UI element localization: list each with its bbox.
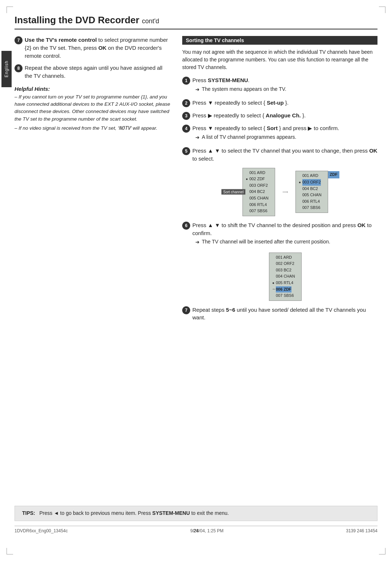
step6-arrow: ➜ The TV channel will be inserted after … bbox=[195, 238, 377, 246]
hint-2: – If no video signal is received from th… bbox=[15, 124, 171, 132]
right-step-4-content: Press ▼ repeatedly to select { Sort } an… bbox=[192, 124, 377, 142]
ch-005-text: 005 CHAN bbox=[249, 195, 269, 202]
ch-f-001-text: 001 ARD bbox=[276, 254, 292, 261]
right-step-4: 4 Press ▼ repeatedly to select { Sort } … bbox=[182, 124, 377, 142]
ch-f-005: ●005 RTL4 bbox=[272, 280, 298, 286]
corner-mark-bl bbox=[7, 548, 13, 554]
corner-mark-tl bbox=[7, 7, 13, 13]
footer-right: 3139 246 13454 bbox=[346, 528, 377, 533]
right-step-2-content: Press ▼ repeatedly to select { Set-up }. bbox=[192, 99, 377, 107]
right-step-3-content: Press ▶ repeatedly to select { Analogue … bbox=[192, 112, 377, 120]
sort-label: Sort bbox=[267, 125, 278, 131]
ch-002-a-bullet: ● bbox=[299, 179, 302, 185]
ch-f-005-bullet: ● bbox=[272, 280, 275, 286]
ch-001-a-text: 001 ARD bbox=[302, 173, 318, 179]
ch-006-a-text: 007 SBS6 bbox=[302, 205, 320, 211]
right-step-3: 3 Press ▶ repeatedly to select { Analogu… bbox=[182, 112, 377, 120]
ch-006-text: 006 RTL4 bbox=[249, 202, 267, 208]
ch-002-after: ●003 ORF2 bbox=[299, 179, 325, 186]
right-step-6-content: Press ▲ ▼ to shift the TV channel to the… bbox=[192, 221, 377, 247]
tips-system-menu: SYSTEM-MENU bbox=[152, 510, 190, 516]
page-title: Installing the DVD Recorder cont'd bbox=[15, 15, 377, 29]
page-number: 24 bbox=[193, 528, 199, 533]
arrow-sym-4: ➜ bbox=[195, 134, 200, 141]
right-step-3-num: 3 bbox=[182, 112, 190, 120]
right-step-6-num: 6 bbox=[182, 222, 190, 230]
step-7: 7 Use the TV's remote control to select … bbox=[15, 36, 171, 60]
ch-004-a-text: 005 CHAN bbox=[302, 192, 322, 198]
ch-f-002-text: 002 ORF2 bbox=[276, 261, 294, 267]
no-tv-symbol: NOTV bbox=[119, 125, 131, 131]
right-step-5-content: Press ▲ ▼ to select the TV channel that … bbox=[192, 147, 377, 163]
ch-f-006-text: 006 ZDF bbox=[276, 286, 291, 293]
ch-003-a-text: 004 BC2 bbox=[302, 186, 318, 192]
ch-006-after: 007 SBS6 bbox=[299, 205, 325, 211]
step1-arrow-text: The system menu appears on the TV. bbox=[202, 86, 286, 93]
ch-007-before: 007 SBS6 bbox=[246, 208, 272, 214]
ch-004-before: 004 BC2 bbox=[246, 189, 272, 195]
right-step-2: 2 Press ▼ repeatedly to select { Set-up … bbox=[182, 99, 377, 107]
steps-ref: 5~6 bbox=[226, 307, 235, 313]
ch-001-text: 001 ARD bbox=[249, 170, 265, 176]
sidebar-language-label: English bbox=[4, 61, 9, 77]
channel-list-before-wrapper: Sort channel 001 ARD ●002 ZDF 003 ORF2 0… bbox=[242, 168, 275, 216]
channel-list-after-wrapper: ZDF 001 ARD ●003 ORF2 004 BC2 005 CHAN 0… bbox=[295, 171, 328, 213]
step-8-content: Repeat the above steps again until you h… bbox=[25, 64, 171, 80]
section-heading-text: Sorting the TV channels bbox=[186, 37, 244, 43]
step-7-content: Use the TV's remote control to select pr… bbox=[25, 36, 171, 60]
ch-f-001: 001 ARD bbox=[272, 254, 298, 261]
right-step-5: 5 Press ▲ ▼ to select the TV channel tha… bbox=[182, 147, 377, 163]
right-step-2-num: 2 bbox=[182, 99, 190, 107]
channel-screenshots-pair: Sort channel 001 ARD ●002 ZDF 003 ORF2 0… bbox=[193, 168, 377, 216]
ch-003-text: 003 ORF2 bbox=[249, 182, 268, 189]
ch-f-005-text: 005 RTL4 bbox=[276, 280, 293, 286]
hint-title: Helpful Hints: bbox=[15, 86, 171, 92]
corner-mark-br bbox=[379, 548, 385, 554]
step-8: 8 Repeat the above steps again until you… bbox=[15, 64, 171, 80]
step-7-num: 7 bbox=[15, 36, 23, 44]
step4-arrow-text: A list of TV channel programmes appears. bbox=[202, 134, 296, 141]
right-step-5-num: 5 bbox=[182, 147, 190, 155]
setup-label: Set-up bbox=[267, 100, 284, 106]
channel-list-before: 001 ARD ●002 ZDF 003 ORF2 004 BC2 005 CH… bbox=[242, 168, 275, 216]
title-text: Installing the DVD Recorder bbox=[15, 15, 139, 25]
arrow-between-icon: ⟹ bbox=[282, 190, 288, 194]
step4-arrow: ➜ A list of TV channel programmes appear… bbox=[195, 134, 377, 141]
ch-003-after: 004 BC2 bbox=[299, 186, 325, 192]
step6-arrow-text: The TV channel will be inserted after th… bbox=[202, 238, 330, 246]
ch-f-002: 002 ORF2 bbox=[272, 261, 298, 267]
channel-list-after: ZDF 001 ARD ●003 ORF2 004 BC2 005 CHAN 0… bbox=[295, 171, 328, 213]
right-step-1-content: Press SYSTEM-MENU. ➜ The system menu app… bbox=[192, 76, 377, 94]
channel-list-final: 001 ARD 002 ORF2 003 BC2 004 CHAN ●005 R… bbox=[269, 253, 302, 301]
ch-f-006-bullet: ∼ bbox=[272, 286, 275, 292]
ok-label-5: OK bbox=[369, 148, 377, 154]
ch-001-after: 001 ARD bbox=[299, 173, 325, 179]
arrow-sym-6: ➜ bbox=[195, 238, 200, 246]
ch-002-a-text: 003 ORF2 bbox=[302, 179, 321, 186]
helpful-hints: Helpful Hints: – If you cannot turn on y… bbox=[15, 86, 171, 132]
title-contd: cont'd bbox=[142, 17, 159, 25]
ch-002-bullet: ● bbox=[246, 176, 249, 182]
ch-002-before: ●002 ZDF bbox=[246, 176, 272, 182]
right-step-7-num: 7 bbox=[182, 306, 190, 314]
ch-f-003: 003 BC2 bbox=[272, 267, 298, 274]
right-step-1-num: 1 bbox=[182, 77, 190, 85]
ch-002-text: 002 ZDF bbox=[249, 176, 265, 182]
ch-004-text: 004 BC2 bbox=[249, 189, 265, 195]
hint-1: – If you cannot turn on your TV set to p… bbox=[15, 93, 171, 123]
ch-007-text: 007 SBS6 bbox=[249, 208, 268, 214]
step-7-ok: OK bbox=[98, 45, 107, 51]
arrow-between-lists: ⟹ bbox=[282, 190, 288, 194]
ch-f-004: 004 CHAN bbox=[272, 273, 298, 280]
ch-f-007-text: 007 SBS6 bbox=[276, 292, 294, 299]
arrow-sym-1: ➜ bbox=[195, 86, 200, 93]
ch-005-after: 006 RTL4 bbox=[299, 198, 325, 205]
ch-004-after: 005 CHAN bbox=[299, 192, 325, 198]
channel-list-final-wrapper: 001 ARD 002 ORF2 003 BC2 004 CHAN ●005 R… bbox=[193, 253, 377, 301]
zdf-highlight-tag: ZDF bbox=[328, 171, 339, 178]
ok-label-6: OK bbox=[358, 222, 366, 228]
tips-label: TIPS: bbox=[22, 510, 35, 516]
section-heading: Sorting the TV channels bbox=[182, 36, 377, 45]
tips-bar: TIPS: Press ◄ to go back to previous men… bbox=[15, 506, 377, 521]
sidebar-language-tab: English bbox=[1, 51, 12, 87]
